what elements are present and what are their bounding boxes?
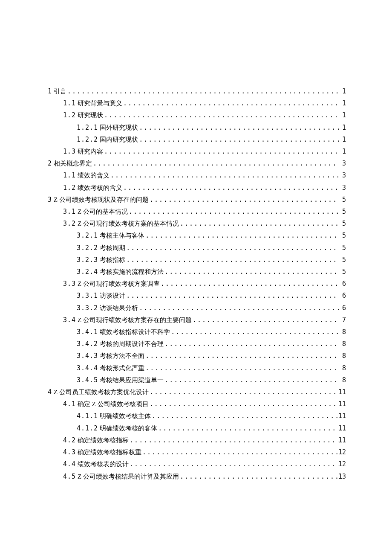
toc-entry-number: 3.4 <box>63 314 76 326</box>
toc-entry-number: 3.3.1 <box>77 290 98 302</box>
toc-leader-dots <box>144 362 339 374</box>
toc-entry-number: 4.1.2 <box>77 422 98 434</box>
toc-leader-dots <box>66 85 339 97</box>
toc-entry: 3.2.3考核指标5 <box>48 254 346 266</box>
toc-entry-page: 5 <box>339 194 346 206</box>
toc-entry-page: 5 <box>339 254 346 266</box>
toc-entry-number: 1.3 <box>63 145 76 157</box>
toc-entry-page: 1 <box>339 122 346 134</box>
toc-entry-title: Z 公司的基本情况 <box>78 206 128 218</box>
toc-entry: 4.1.2明确绩效考核的客体11 <box>48 422 346 434</box>
toc-entry-page: 11 <box>338 410 346 422</box>
toc-entry-number: 1.1 <box>63 97 76 109</box>
toc-entry: 4 Z 公司员工绩效考核方案优化设计11 <box>48 386 346 398</box>
toc-leader-dots <box>179 471 338 482</box>
toc-entry: 3.4Z 公司现行绩效考核方案存在的主要问题7 <box>48 314 346 326</box>
toc-entry-title: 研究内容 <box>78 145 103 157</box>
toc-entry-number: 3.2.4 <box>77 266 98 278</box>
toc-entry-title: 确定 Z 公司绩效考核项目 <box>78 398 149 410</box>
toc-entry: 4.1确定 Z 公司绩效考核项目11 <box>48 398 346 410</box>
toc-entry: 3.3.1访谈设计6 <box>48 290 346 302</box>
toc-entry-number: 4.2 <box>63 434 76 446</box>
toc-entry: 1.1绩效的含义3 <box>48 169 346 181</box>
toc-entry: 3.1Z 公司的基本情况5 <box>48 206 346 218</box>
toc-entry-title: 相关概念界定 <box>54 157 92 169</box>
toc-leader-dots <box>164 374 339 386</box>
toc-entry: 3.4.1绩效考核指标设计不科学8 <box>48 326 346 338</box>
toc-leader-dots <box>128 206 339 218</box>
toc-entry: 3.2.4考核实施的流程和方法5 <box>48 266 346 278</box>
toc-entry-title: 明确绩效考核主体 <box>100 410 151 422</box>
toc-leader-dots <box>157 422 338 434</box>
toc-entry-title: 确定绩效考核指标权重 <box>78 446 141 458</box>
toc-entry: 3.4.2考核的周期设计不合理8 <box>48 338 346 350</box>
toc-leader-dots <box>170 326 339 338</box>
toc-entry-page: 12 <box>338 458 346 470</box>
toc-entry: 1.2研究现状1 <box>48 109 346 121</box>
toc-entry: 4.1.1明确绩效考核主体11 <box>48 410 346 422</box>
toc-leader-dots <box>164 338 339 350</box>
toc-entry-number: 4.4 <box>63 458 76 470</box>
toc-entry-page: 8 <box>339 350 346 362</box>
toc-entry-number: 3.3.2 <box>77 302 98 314</box>
toc-entry-page: 11 <box>338 386 346 398</box>
toc-leader-dots <box>160 278 339 290</box>
toc-entry-title: 考核指标 <box>100 254 125 266</box>
toc-leader-dots <box>125 254 339 266</box>
toc-entry: 1.1研究背景与意义1 <box>48 97 346 109</box>
toc-entry-title: Z 公司现行绩效考核方案的基本情况 <box>78 218 179 230</box>
toc-leader-dots <box>179 218 339 230</box>
toc-entry: 3.4.4考核形式化严重8 <box>48 362 346 374</box>
toc-entry-title: Z 公司绩效考核结果的计算及其应用 <box>78 471 179 482</box>
toc-leader-dots <box>138 122 339 134</box>
toc-entry: 3.2.2考核周期5 <box>48 242 346 254</box>
toc-leader-dots <box>125 242 339 254</box>
toc-entry-page: 6 <box>339 278 346 290</box>
toc-leader-dots <box>103 145 339 157</box>
toc-entry-page: 8 <box>339 326 346 338</box>
toc-entry-page: 11 <box>338 398 346 410</box>
toc-leader-dots <box>149 398 338 410</box>
toc-entry: 4.4绩效考核表的设计12 <box>48 458 346 470</box>
toc-entry: 1引言1 <box>48 85 346 97</box>
toc-entry-title: 绩效考核指标设计不科学 <box>100 326 170 338</box>
toc-entry-page: 1 <box>339 134 346 145</box>
toc-entry-number: 2 <box>48 157 52 169</box>
toc-entry: 3.4.3考核方法不全面8 <box>48 350 346 362</box>
toc-entry-title: 考核实施的流程和方法 <box>100 266 164 278</box>
toc-entry-page: 12 <box>338 446 346 458</box>
toc-entry: 3.4.5考核结果应用渠道单一8 <box>48 374 346 386</box>
toc-entry-page: 8 <box>339 374 346 386</box>
toc-entry-title: 考核形式化严重 <box>100 362 144 374</box>
toc-entry-page: 1 <box>339 145 346 157</box>
toc-entry-page: 1 <box>339 97 346 109</box>
toc-leader-dots <box>129 434 338 446</box>
toc-entry-title: 绩效考核表的设计 <box>78 458 129 470</box>
toc-entry-page: 11 <box>338 422 346 434</box>
toc-leader-dots <box>144 230 339 241</box>
toc-entry-title: 研究现状 <box>78 109 103 121</box>
toc-leader-dots <box>164 266 339 278</box>
toc-entry-title: 引言 <box>54 85 66 97</box>
toc-entry-title: 访谈结果分析 <box>100 302 138 314</box>
toc-entry-page: 8 <box>339 338 346 350</box>
toc-entry-page: 5 <box>339 206 346 218</box>
toc-entry: 1.2.2国内研究现状1 <box>48 134 346 145</box>
toc-entry-number: 3.2.2 <box>77 242 98 254</box>
toc-leader-dots <box>103 109 339 121</box>
toc-entry: 3.2.1考核主体与客体5 <box>48 230 346 241</box>
toc-leader-dots <box>149 386 338 398</box>
toc-entry-title: 国内研究现状 <box>100 134 138 145</box>
toc-entry-page: 3 <box>339 169 346 181</box>
toc-entry: 2相关概念界定3 <box>48 157 346 169</box>
toc-leader-dots <box>92 157 339 169</box>
toc-entry-page: 7 <box>339 314 346 326</box>
toc-entry-number: 3.2 <box>63 218 76 230</box>
toc-leader-dots <box>141 446 338 458</box>
toc-entry: 1.3研究内容1 <box>48 145 346 157</box>
toc-entry-number: 3.4.5 <box>77 374 98 386</box>
toc-entry-page: 6 <box>339 302 346 314</box>
toc-entry-title: 考核主体与客体 <box>100 230 144 241</box>
toc-entry-number: 3.4.2 <box>77 338 98 350</box>
toc-entry-page: 5 <box>339 266 346 278</box>
